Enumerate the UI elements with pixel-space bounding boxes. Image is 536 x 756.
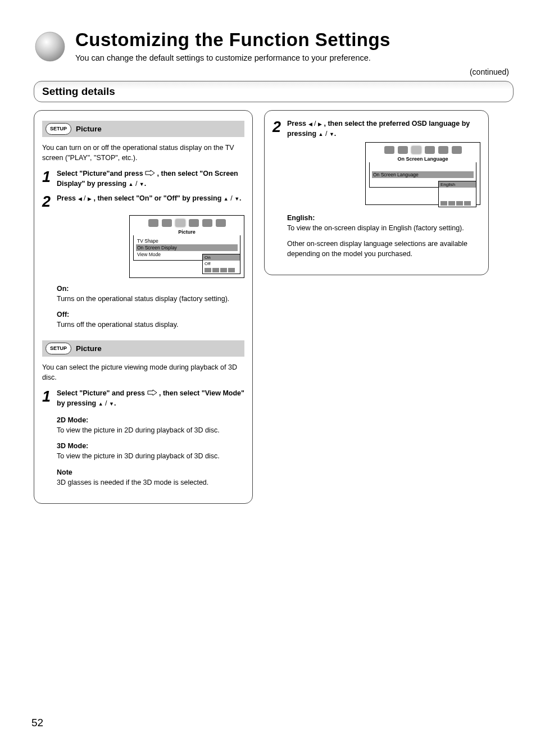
note-block: Note 3D glasses is needed if the 3D mode… [57, 467, 244, 488]
setup-oval-icon: SETUP [46, 123, 71, 135]
dialog-row: On Screen Language [372, 171, 474, 178]
step-1: 1 Select "Picture"and press , then selec… [42, 168, 244, 189]
dialog-sublist: English [438, 181, 476, 207]
page-title: Customizing the Function Settings [75, 29, 514, 51]
dialog-row [372, 165, 474, 171]
tab-icon [452, 146, 462, 154]
dialog-heading: On Screen Language [369, 156, 476, 162]
svg-point-0 [35, 32, 65, 61]
option-2d: 2D Mode: To view the picture in 2D durin… [57, 415, 244, 435]
dialog-sublist: On Off [202, 254, 240, 274]
sublist-row: Off [203, 261, 240, 267]
tab-icon [398, 146, 408, 154]
tab-icon [384, 146, 394, 154]
step-banner-picture-2: SETUP Picture [42, 340, 244, 357]
option-desc: To view the on-screen display in English… [287, 223, 480, 233]
osd-dialog-sample: On Screen Language On Screen Language En… [365, 142, 480, 205]
tab-icon [411, 146, 421, 154]
sublist-row [439, 194, 476, 200]
step-1b: 1 Select "Picture" and press , then sele… [42, 388, 244, 408]
option-label: Off: [57, 311, 69, 318]
dialog-heading: Picture [133, 229, 240, 235]
note-body: 3D glasses is needed if the 3D mode is s… [57, 477, 244, 488]
continued-label: (continued) [470, 67, 509, 76]
tab-icon [425, 146, 435, 154]
trailing-note: Other on-screen display language selecti… [287, 239, 480, 259]
right-triangle-icon: ▶ [88, 196, 92, 202]
tab-icon [216, 219, 226, 227]
step-text: , then select "On" or "Off" by pressing [93, 194, 223, 202]
step-text: Select "Picture" and press [57, 389, 147, 397]
step-number-icon: 1 [42, 388, 57, 406]
note-label: Note [57, 468, 72, 476]
step-text: Select "Picture"and press [57, 170, 143, 177]
down-triangle-icon: ▼ [329, 131, 334, 137]
page-number: 52 [31, 717, 43, 729]
dialog-row: On Screen Display [136, 244, 238, 251]
up-triangle-icon: ▲ [224, 196, 229, 202]
option-label: English: [287, 214, 315, 222]
intro-text: You can select the picture viewing mode … [42, 362, 244, 382]
step-number-icon: 1 [42, 168, 57, 186]
option-desc: Turns off the operational status display… [57, 320, 244, 330]
step-text: , then select the preferred OSD language… [287, 120, 470, 138]
right-hollow-arrow-icon [145, 170, 155, 176]
step-2-right: 2 Press ◀ / ▶ , then select the preferre… [272, 119, 480, 139]
option-label: 3D Mode: [57, 442, 88, 450]
option-desc: To view the picture in 3D during playbac… [57, 451, 244, 461]
tab-icon [162, 219, 172, 227]
step-text: Press [57, 194, 78, 202]
left-triangle-icon: ◀ [78, 196, 82, 202]
sphere-bullet-icon [34, 30, 66, 63]
option-label: On: [57, 285, 69, 293]
step-number-icon: 2 [272, 119, 287, 136]
down-triangle-icon: ▼ [109, 401, 114, 407]
right-triangle-icon: ▶ [318, 121, 322, 127]
option-desc: Turns on the operational status display … [57, 294, 244, 304]
intro-text: You can turn on or off the operational s… [42, 143, 244, 163]
down-triangle-icon: ▼ [139, 181, 144, 187]
up-triangle-icon: ▲ [319, 131, 324, 137]
option-label: 2D Mode: [57, 416, 88, 424]
down-triangle-icon: ▼ [234, 196, 239, 202]
step-banner-title: Picture [76, 125, 102, 133]
osd-dialog-sample: Picture TV Shape On Screen Display View … [129, 215, 244, 278]
sublist-row [439, 188, 476, 194]
setup-oval-icon: SETUP [46, 343, 71, 354]
right-panel: 2 Press ◀ / ▶ , then select the preferre… [264, 110, 489, 276]
left-triangle-icon: ◀ [308, 121, 312, 127]
page-header: Customizing the Function Settings You ca… [34, 29, 514, 64]
sublist-row: On [203, 254, 240, 261]
tab-icon [148, 219, 158, 227]
option-english: English: To view the on-screen display i… [287, 213, 480, 233]
right-hollow-arrow-icon [147, 389, 157, 396]
section-banner: Setting details [34, 81, 514, 102]
step-banner-picture-1: SETUP Picture [42, 121, 244, 137]
dialog-row: TV Shape [136, 238, 238, 244]
page-subtitle: You can change the default settings to c… [75, 53, 514, 64]
option-desc: To view the picture in 2D during playbac… [57, 425, 244, 435]
up-triangle-icon: ▲ [129, 181, 134, 187]
tab-icon [189, 219, 199, 227]
tab-icon [438, 146, 448, 154]
tab-icon [175, 219, 185, 227]
step-number-icon: 2 [42, 193, 57, 211]
sublist-row: English [439, 181, 476, 188]
step-2: 2 Press ◀ / ▶ , then select "On" or "Off… [42, 193, 244, 211]
step-text: Press [287, 120, 308, 127]
option-on: On: Turns on the operational status disp… [57, 284, 244, 304]
step-banner-title: Picture [76, 344, 102, 353]
tab-icon [202, 219, 212, 227]
left-panel: SETUP Picture You can turn on or off the… [34, 110, 253, 504]
up-triangle-icon: ▲ [98, 401, 103, 407]
option-3d: 3D Mode: To view the picture in 3D durin… [57, 441, 244, 461]
option-off: Off: Turns off the operational status di… [57, 309, 244, 330]
